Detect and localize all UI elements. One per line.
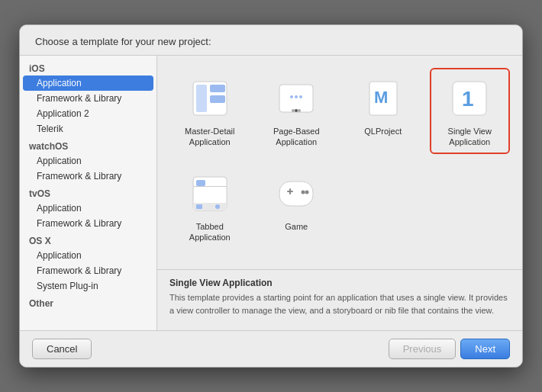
master-detail-icon [186,74,234,123]
template-item-qlproject[interactable]: M QLProject [343,68,424,154]
template-label-qlproject: QLProject [364,126,402,137]
svg-point-24 [302,190,305,194]
svg-point-8 [290,95,293,98]
template-label-tabbed: Tabbed Application [176,221,244,243]
sidebar-item-telerik[interactable]: Telerik [20,121,156,137]
sidebar-section-ios: iOS [20,59,156,76]
svg-rect-2 [210,85,225,92]
template-item-game[interactable]: Game [256,163,337,249]
svg-point-10 [299,95,302,98]
svg-text:M: M [374,88,388,107]
content-area: Master-Detail Application Page-Based App… [157,56,522,330]
dialog-footer: Cancel Previous Next [20,330,522,367]
sidebar-item-application[interactable]: Application [20,201,156,216]
sidebar-item-framework---library[interactable]: Framework & Library [20,169,156,184]
svg-rect-20 [193,186,227,187]
sidebar-item-system-plug-in[interactable]: System Plug-in [20,278,156,294]
sidebar-section-tvos: tvOS [20,184,156,201]
template-item-master-detail[interactable]: Master-Detail Application [169,68,250,154]
template-label-single-view: Single View Application [436,126,505,148]
cancel-button[interactable]: Cancel [32,339,92,359]
description-area: Single View Application This template pr… [157,269,522,330]
template-item-tabbed[interactable]: Tabbed Application [169,163,250,249]
svg-rect-1 [196,85,207,112]
qlproject-icon: M [359,74,408,123]
sidebar-item-framework---library[interactable]: Framework & Library [20,91,156,106]
svg-rect-23 [289,188,291,194]
dialog-body: iOSApplicationFramework & LibraryApplica… [20,56,522,330]
template-label-master-detail: Master-Detail Application [176,126,244,148]
svg-rect-18 [196,204,202,209]
description-title: Single View Application [169,278,510,288]
next-button[interactable]: Next [460,339,510,359]
svg-point-5 [292,109,295,112]
svg-point-6 [295,109,298,112]
svg-text:1: 1 [462,87,474,111]
page-based-icon [272,74,321,123]
svg-rect-16 [196,180,205,186]
dialog: Choose a template for your new project: … [19,24,523,368]
sidebar-item-application[interactable]: Application [23,76,153,91]
template-item-page-based[interactable]: Page-Based Application [256,68,337,154]
sidebar-item-framework---library[interactable]: Framework & Library [20,263,156,278]
description-text: This template provides a starting point … [169,291,510,316]
tabbed-icon [186,169,234,218]
sidebar-item-application[interactable]: Application [20,153,156,169]
template-grid: Master-Detail Application Page-Based App… [157,56,522,269]
sidebar-section-watchos: watchOS [20,137,156,153]
game-icon [272,169,321,218]
nav-buttons: Previous Next [389,339,510,359]
sidebar-item-application[interactable]: Application [20,248,156,263]
svg-point-25 [305,190,309,194]
sidebar: iOSApplicationFramework & LibraryApplica… [20,56,157,330]
template-item-single-view[interactable]: 1 Single View Application [430,68,511,154]
svg-point-19 [215,204,220,209]
svg-point-9 [295,95,298,98]
svg-point-7 [298,109,301,112]
sidebar-section-os-x: OS X [20,231,156,248]
previous-button[interactable]: Previous [389,339,457,359]
template-label-page-based: Page-Based Application [263,126,331,148]
template-label-game: Game [285,221,308,232]
svg-rect-3 [210,95,225,103]
sidebar-item-framework---library[interactable]: Framework & Library [20,216,156,231]
single-view-icon: 1 [445,74,494,123]
sidebar-section-other: Other [20,294,156,310]
dialog-title: Choose a template for your new project: [20,25,522,56]
sidebar-item-application-2[interactable]: Application 2 [20,106,156,121]
